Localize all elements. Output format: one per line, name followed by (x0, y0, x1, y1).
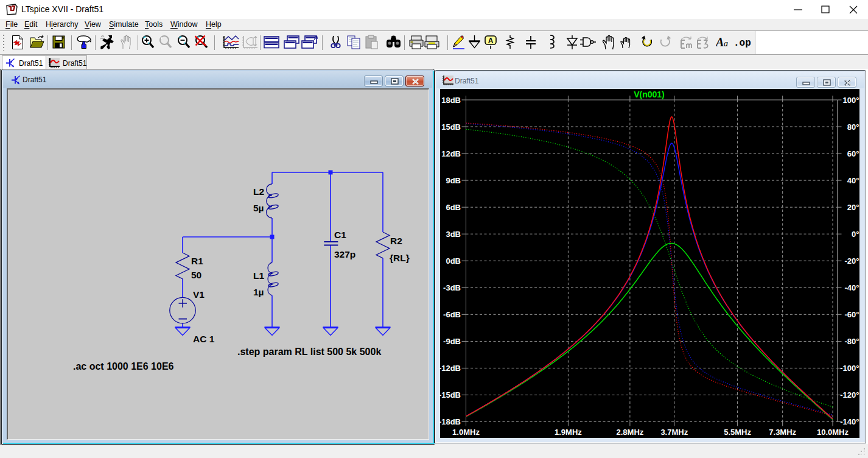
svg-text:0dB: 0dB (446, 256, 461, 266)
svg-text:-18dB: -18dB (439, 417, 461, 426)
svg-text:9dB: 9dB (446, 176, 461, 185)
svg-text:-100°: -100° (840, 364, 859, 373)
svg-text:80°: 80° (847, 122, 859, 132)
svg-text:15dB: 15dB (441, 122, 461, 132)
svg-text:a: a (724, 39, 728, 48)
svg-text:10.0MHz: 10.0MHz (817, 428, 849, 437)
svg-text:0°: 0° (852, 230, 859, 239)
svg-text:V(n001): V(n001) (634, 90, 665, 99)
svg-text:-20°: -20° (845, 256, 859, 266)
svg-text:-60°: -60° (845, 310, 859, 319)
svg-text:50: 50 (191, 270, 201, 280)
svg-text:.op: .op (733, 38, 751, 49)
svg-text:A: A (716, 35, 724, 49)
svg-text:3dB: 3dB (446, 230, 461, 239)
svg-text:1µ: 1µ (253, 287, 264, 297)
svg-text:L2: L2 (253, 186, 264, 197)
svg-text:.ac oct 1000 1E6 10E6: .ac oct 1000 1E6 10E6 (73, 361, 174, 372)
svg-text:18dB: 18dB (441, 96, 461, 105)
svg-text:12dB: 12dB (441, 149, 461, 158)
svg-text:20°: 20° (847, 203, 859, 212)
svg-text:6dB: 6dB (446, 203, 461, 212)
svg-text:-140°: -140° (840, 417, 859, 426)
svg-text:7.3MHz: 7.3MHz (769, 428, 796, 437)
svg-text:AC 1: AC 1 (193, 334, 215, 344)
svg-text:1.9MHz: 1.9MHz (555, 428, 582, 437)
svg-text:-120°: -120° (840, 390, 859, 400)
svg-text:.step param RL list 500 5k 500: .step param RL list 500 5k 500k (237, 347, 381, 357)
svg-text:-12dB: -12dB (439, 364, 461, 373)
svg-text:-6dB: -6dB (443, 310, 461, 319)
svg-text:R2: R2 (390, 236, 402, 246)
svg-text:-15dB: -15dB (439, 390, 461, 400)
svg-text:R1: R1 (191, 256, 203, 266)
svg-text:5µ: 5µ (253, 203, 264, 213)
svg-text:-40°: -40° (845, 283, 859, 292)
svg-text:L1: L1 (253, 270, 264, 281)
svg-text:1.0MHz: 1.0MHz (452, 428, 480, 437)
svg-text:{RL}: {RL} (390, 253, 410, 263)
svg-text:C1: C1 (334, 230, 346, 240)
svg-text:-9dB: -9dB (443, 337, 461, 346)
svg-text:2.8MHz: 2.8MHz (617, 428, 644, 437)
svg-text:A: A (488, 37, 494, 45)
svg-text:60°: 60° (847, 149, 859, 158)
svg-text:-80°: -80° (845, 337, 859, 346)
svg-text:40°: 40° (847, 176, 859, 185)
svg-text:100°: 100° (843, 96, 859, 105)
svg-text:327p: 327p (334, 249, 355, 259)
svg-text:V1: V1 (193, 289, 205, 300)
svg-text:-3dB: -3dB (443, 283, 461, 292)
svg-text:5.5MHz: 5.5MHz (724, 428, 751, 437)
svg-text:3.7MHz: 3.7MHz (660, 428, 688, 437)
